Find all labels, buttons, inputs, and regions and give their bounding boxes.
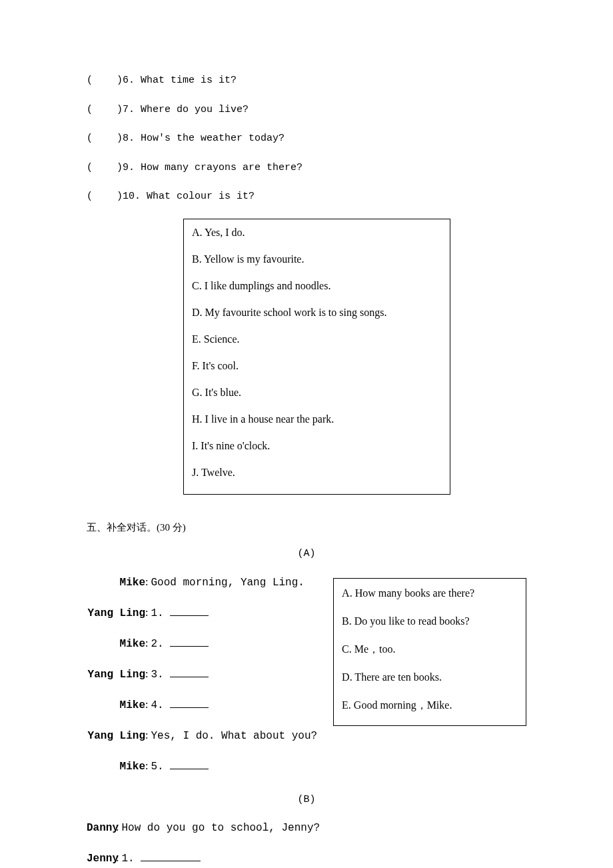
option-b2: B. Do you like to read books?	[342, 613, 518, 629]
dialog-b-line-1: Danny: How do you go to school, Jenny?	[87, 819, 526, 836]
option-a2: A. How many books are there?	[342, 585, 518, 601]
part-b-label: (B)	[87, 793, 526, 808]
answer-box-a-j: A. Yes, I do. B. Yellow is my favourite.…	[183, 219, 450, 495]
dialog-a-container: Mike: Good morning, Yang Ling. Yang Ling…	[87, 574, 526, 789]
option-d2: D. There are ten books.	[342, 669, 518, 685]
option-a: A. Yes, I do.	[192, 225, 442, 241]
option-c2: C. Me，too.	[342, 641, 518, 657]
dialog-a-line-5: Mike: 4.	[87, 697, 317, 713]
questions-block: ( )6. What time is it? ( )7. Where do yo…	[87, 73, 526, 205]
dialog-a-line-1: Mike: Good morning, Yang Ling.	[87, 574, 317, 591]
option-f: F. It's cool.	[192, 358, 442, 374]
page-content: ( )6. What time is it? ( )7. Where do yo…	[0, 0, 613, 868]
option-h: H. I live in a house near the park.	[192, 411, 442, 427]
blank-fill[interactable]	[141, 850, 201, 861]
question-8: ( )8. How's the weather today?	[87, 131, 526, 147]
section-5-title: 五、补全对话。(30 分)	[87, 520, 526, 535]
option-e2: E. Good morning，Mike.	[342, 697, 518, 713]
blank-fill[interactable]	[170, 666, 209, 677]
option-c: C. I like dumplings and noodles.	[192, 278, 442, 294]
answer-box-a-e: A. How many books are there? B. Do you l…	[333, 578, 526, 726]
dialog-a-line-7: Mike: 5.	[87, 758, 317, 775]
dialog-a-line-4: Yang Ling: 3.	[87, 666, 317, 683]
option-d: D. My favourite school work is to sing s…	[192, 305, 442, 321]
question-6: ( )6. What time is it?	[87, 73, 526, 89]
option-g: G. It's blue.	[192, 385, 442, 401]
dialog-a-line-3: Mike: 2.	[87, 635, 317, 652]
question-10: ( )10. What colour is it?	[87, 189, 526, 205]
blank-fill[interactable]	[170, 605, 209, 616]
part-a-label: (A)	[87, 547, 526, 562]
blank-fill[interactable]	[170, 697, 209, 708]
option-e: E. Science.	[192, 331, 442, 347]
dialog-b-container: Danny: How do you go to school, Jenny? J…	[87, 819, 526, 868]
dialog-a-line-6: Yang Ling: Yes, I do. What about you?	[87, 727, 317, 744]
question-7: ( )7. Where do you live?	[87, 103, 526, 118]
dialog-b-line-2: Jenny: 1.	[87, 850, 526, 867]
question-9: ( )9. How many crayons are there?	[87, 161, 526, 176]
option-j: J. Twelve.	[192, 465, 442, 481]
dialog-a-line-2: Yang Ling: 1.	[87, 605, 317, 621]
blank-fill[interactable]	[170, 758, 209, 769]
blank-fill[interactable]	[170, 635, 209, 647]
option-b: B. Yellow is my favourite.	[192, 251, 442, 267]
option-i: I. It's nine o'clock.	[192, 438, 442, 454]
